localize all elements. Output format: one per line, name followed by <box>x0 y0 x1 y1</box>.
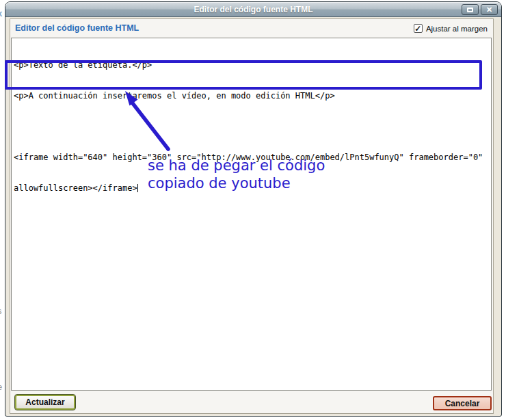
update-button[interactable]: Actualizar <box>14 394 76 410</box>
checkbox-check-icon: ✓ <box>414 25 421 33</box>
close-button[interactable]: ✕ <box>481 4 498 15</box>
dialog-title: Editor del código fuente HTML <box>5 2 501 17</box>
text-caret <box>137 184 138 192</box>
close-icon: ✕ <box>486 6 492 14</box>
code-line-iframe-wrap: allowfullscreen></iframe> <box>14 183 489 194</box>
code-line: <p>Texto de la etiqueta.</p> <box>14 60 489 70</box>
dialog-content-panel: Editor del código fuente HTML ✓ Ajustar … <box>10 18 494 414</box>
word-wrap-checkbox[interactable]: ✓ <box>414 24 423 33</box>
screen: x s e Editor del código fuente HTML ✕ Ed… <box>0 0 506 420</box>
code-line-iframe: <iframe width="640" height="360" src="ht… <box>14 153 489 163</box>
background-fragment: x <box>0 8 2 18</box>
maximize-icon <box>467 8 473 12</box>
code-line <box>14 122 489 132</box>
html-source-editor-dialog: Editor del código fuente HTML ✕ Editor d… <box>5 1 502 417</box>
background-fragment: e <box>0 382 2 392</box>
word-wrap-option[interactable]: ✓ Ajustar al margen <box>414 24 488 33</box>
background-fragment: s <box>0 306 2 316</box>
source-code-textarea[interactable]: <p>Texto de la etiqueta.</p> <p>A contin… <box>11 38 492 391</box>
cancel-button[interactable]: Cancelar <box>433 396 492 410</box>
word-wrap-label: Ajustar al margen <box>426 25 488 33</box>
editor-heading: Editor del código fuente HTML <box>15 23 139 33</box>
code-line: <p>A continuación insertaremos el vídeo,… <box>14 91 489 101</box>
dialog-titlebar[interactable]: Editor del código fuente HTML ✕ <box>5 2 501 17</box>
code-line-text: allowfullscreen></iframe> <box>14 183 137 193</box>
maximize-button[interactable] <box>462 4 479 15</box>
window-controls: ✕ <box>462 4 498 15</box>
